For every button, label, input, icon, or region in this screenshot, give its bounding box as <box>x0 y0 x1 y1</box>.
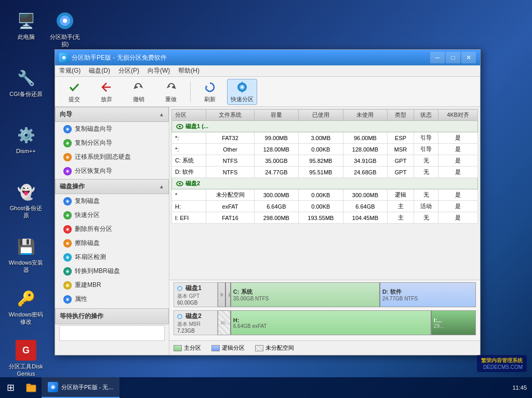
toolbar-undo[interactable]: 撤销 <box>124 79 154 105</box>
disk2-part-i[interactable]: I:... 29... <box>432 311 475 335</box>
col-size: 容量 <box>254 109 299 121</box>
menu-wizard[interactable]: 向导(W) <box>143 65 174 76</box>
table-row[interactable]: *:Other128.00MB0.00KB128.00MBMSR引导是 <box>172 144 478 155</box>
disk1-label: 磁盘1 基本 GPT 60.00GB <box>174 282 218 307</box>
sidebar-item-migrate-ssd[interactable]: ● 迁移系统到固态硬盘 <box>55 150 169 164</box>
table-row[interactable]: *:FAT3299.00MB3.00MB96.00MBESP引导是 <box>172 132 478 144</box>
desktop-icon-ghost[interactable]: 👻 Ghost备份还原 <box>8 182 44 219</box>
system-time: 11:45 <box>512 385 527 391</box>
delete-all-icon: ● <box>63 225 72 234</box>
cgi-icon: 🔧 <box>16 67 36 88</box>
menu-partition[interactable]: 分区(P) <box>114 65 143 76</box>
disk2-h-info: 6.64GB exFAT <box>233 323 429 329</box>
table-row[interactable]: C: 系统NTFS35.00GB95.82MB34.91GBGPT无是 <box>172 155 478 167</box>
table-row[interactable]: D: 软件NTFS24.77GB95.51MB24.68GBGPT无是 <box>172 167 478 178</box>
disk2-name: 磁盘2 <box>177 312 214 321</box>
desktop-icon-partition-tool[interactable]: 分区助手(无损) <box>47 10 83 48</box>
restore-partition-icon: ● <box>63 167 72 175</box>
winpass-icon: 🔑 <box>16 288 36 309</box>
sidebar-item-restore-partition[interactable]: ● 分区恢复向导 <box>55 164 169 178</box>
col-status: 状态 <box>414 109 438 121</box>
diskgenius-icon: G <box>16 340 36 361</box>
sidebar-item-convert-mbr[interactable]: ● 转换到MBR磁盘 <box>55 264 169 278</box>
desktop-icon-cgi[interactable]: 🔧 CGI备份还原 <box>8 67 44 98</box>
sidebar-item-wipe-disk[interactable]: ● 擦除磁盘 <box>55 236 169 250</box>
winsetup-icon: 💾 <box>16 236 36 257</box>
disk2-part-h[interactable]: H: 6.64GB exFAT <box>231 311 432 335</box>
close-button[interactable]: ✕ <box>461 52 476 63</box>
content-area: 向导 ▲ ● 复制磁盘向导 ● 复制分区向导 ● 迁移系统到固态硬盘 <box>55 107 480 355</box>
watermark: 繁荣内容管理系统 DEDECMS.COM <box>477 355 527 372</box>
disk1-c-name: C: 系统 <box>233 288 377 296</box>
minimize-button[interactable]: ─ <box>430 52 445 63</box>
sidebar-item-delete-all[interactable]: ● 删除所有分区 <box>55 222 169 236</box>
disk1-part-c[interactable]: C: 系统 35.00GB NTFS <box>231 283 380 307</box>
disk1-d-name: D: 软件 <box>382 288 473 296</box>
disk1-header-row: 磁盘1 (... <box>172 121 478 132</box>
disk-ops-header[interactable]: 磁盘操作 ▲ <box>55 179 169 194</box>
menu-bar: 常规(G) 磁盘(D) 分区(P) 向导(W) 帮助(H) <box>55 65 480 77</box>
desktop-icon-diskgenius[interactable]: G 分区工具DiskGenius <box>8 340 44 378</box>
col-align: 4KB对齐 <box>438 109 478 121</box>
this-pc-icon: 🖥️ <box>16 10 36 31</box>
disk1-d-info: 24.77GB NTFS <box>382 296 473 301</box>
svg-rect-19 <box>26 384 31 386</box>
migrate-ssd-icon: ● <box>63 153 72 161</box>
partition-table-area[interactable]: 分区 文件系统 容量 已使用 未使用 类型 状态 4KB对齐 磁盘1 <box>169 107 480 280</box>
toolbar: 提交 放弃 撤销 <box>55 77 480 107</box>
col-free: 未使用 <box>343 109 388 121</box>
desktop-icon-winpass[interactable]: 🔑 Windows密码修改 <box>8 288 44 326</box>
svg-point-4 <box>62 56 65 59</box>
sidebar-item-quick-part[interactable]: ● 快速分区 <box>55 208 169 222</box>
desktop-icon-winsetup[interactable]: 💾 Windows安装器 <box>8 236 44 274</box>
menu-help[interactable]: 帮助(H) <box>174 65 204 76</box>
sidebar-item-copy-disk2[interactable]: ● 复制磁盘 <box>55 194 169 208</box>
toolbar-redo[interactable]: 重做 <box>156 79 186 105</box>
toolbar-refresh[interactable]: 刷新 <box>195 79 225 105</box>
pending-section: 等待执行的操作 <box>55 308 169 324</box>
disk1-part-esp[interactable]: 9 <box>218 283 226 307</box>
partition-tool-icon <box>55 10 75 31</box>
desktop-icon-dism[interactable]: ⚙️ Dism++ <box>8 125 44 155</box>
discard-icon <box>99 80 114 94</box>
disk2-row: 磁盘2 基本 MBR 7.23GB 30... H: <box>174 310 476 335</box>
menu-normal[interactable]: 常规(G) <box>55 65 85 76</box>
window-title: 分区助手PE版 - 无损分区免费软件 <box>72 53 430 62</box>
table-row[interactable]: *未分配空间300.00MB0.00KB300.00MB逻辑无是 <box>172 189 478 201</box>
start-button[interactable]: ⊞ <box>0 377 21 398</box>
dism-icon: ⚙️ <box>16 125 36 145</box>
disk2-part-unalloc[interactable]: 30... <box>218 311 231 335</box>
legend-unalloc: 未分配空间 <box>255 344 294 352</box>
taskbar-file-explorer[interactable] <box>21 377 42 398</box>
title-bar: 分区助手PE版 - 无损分区免费软件 ─ □ ✕ <box>55 50 480 65</box>
sidebar-item-copy-partition[interactable]: ● 复制分区向导 <box>55 136 169 150</box>
toolbar-submit[interactable]: 提交 <box>59 79 89 105</box>
svg-point-17 <box>178 314 182 319</box>
wizard-header[interactable]: 向导 ▲ <box>55 107 169 122</box>
rebuild-mbr-icon: ● <box>63 281 72 290</box>
sidebar-item-properties[interactable]: ● 属性 <box>55 292 169 306</box>
col-fs: 文件系统 <box>206 109 254 121</box>
sidebar-item-rebuild-mbr[interactable]: ● 重建MBR <box>55 278 169 292</box>
disk1-partitions: 9 1 C: 系统 35.00GB NTFS D: <box>218 282 476 307</box>
sidebar-item-bad-sector[interactable]: ● 坏扇区检测 <box>55 250 169 264</box>
bad-sector-icon: ● <box>63 253 72 262</box>
sidebar-item-copy-disk[interactable]: ● 复制磁盘向导 <box>55 122 169 136</box>
copy-disk-icon: ● <box>63 125 72 133</box>
toolbar-quick-partition[interactable]: 快速分区 <box>227 79 257 105</box>
disk1-part-msr[interactable]: 1 <box>226 283 231 307</box>
disk1-part-d[interactable]: D: 软件 24.77GB NTFS <box>380 283 475 307</box>
wipe-disk-icon: ● <box>63 239 72 248</box>
menu-disk[interactable]: 磁盘(D) <box>85 65 114 76</box>
pending-content <box>59 325 165 341</box>
disk2-header-row: 磁盘2 <box>172 178 478 189</box>
desktop-icon-this-pc[interactable]: 🖥️ 此电脑 <box>8 10 44 40</box>
toolbar-discard[interactable]: 放弃 <box>91 79 122 105</box>
maximize-button[interactable]: □ <box>446 52 460 63</box>
taskbar-tray: 11:45 <box>512 385 532 391</box>
table-row[interactable]: I: EFIFAT16298.00MB193.55MB104.45MB主无是 <box>172 212 478 224</box>
table-row[interactable]: H:exFAT6.64GB0.00KB6.64GB主活动是 <box>172 201 478 212</box>
taskbar-app-item[interactable]: 分区助手PE版 - 无... <box>42 377 119 398</box>
wizard-arrow-icon: ▲ <box>159 112 164 117</box>
svg-point-15 <box>179 183 181 185</box>
